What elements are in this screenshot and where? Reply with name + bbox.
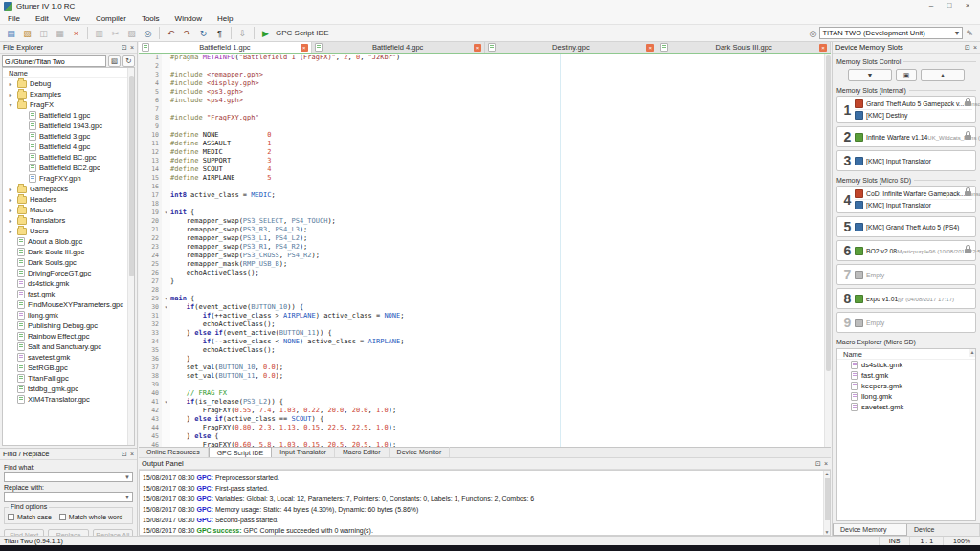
close-tab-icon[interactable]: × (474, 44, 481, 52)
maximize-button[interactable]: □ (941, 1, 958, 11)
checkbox-match-case[interactable]: Match case (8, 514, 52, 520)
menu-tools[interactable]: Tools (134, 12, 167, 25)
open-file-icon[interactable]: ▧ (19, 26, 35, 40)
cut-icon[interactable]: ✂ (107, 26, 123, 40)
close-button[interactable]: × (959, 1, 976, 11)
find-what-input[interactable]: ▼ (4, 472, 133, 482)
tab-battlefield-4-gpc[interactable]: Battlefield 4.gpc× (312, 42, 485, 53)
pilcrow-icon[interactable]: ¶ (212, 26, 228, 40)
tree-item-battlefield-1943-gpc[interactable]: Battlefield 1943.gpc (3, 121, 134, 131)
close-tab-icon[interactable]: × (301, 44, 308, 52)
float-panel-icon[interactable]: ⊡ (122, 44, 127, 52)
output-scrollbar[interactable]: ▲▼ (823, 471, 830, 535)
panel-tab-device-memory-slots[interactable]: Device Memory Slots (833, 524, 907, 536)
replace-icon[interactable]: ↻ (195, 26, 212, 40)
replace-with-input[interactable]: ▼ (4, 492, 133, 502)
tree-item-gamepacks[interactable]: ▸Gamepacks (3, 184, 134, 194)
tree-item-llong-gmk[interactable]: llong.gmk (3, 310, 134, 320)
save-all-icon[interactable]: ▦ (52, 26, 68, 40)
tree-item-ds4stick-gmk[interactable]: ds4stick.gmk (3, 278, 134, 289)
close-panel-icon[interactable]: × (973, 44, 977, 52)
tree-item-publishing-debug-gpc[interactable]: Publishing Debug.gpc (3, 320, 134, 331)
tree-item-examples[interactable]: ▸Examples (3, 89, 134, 99)
fold-marker-icon[interactable]: ▾ (162, 209, 170, 217)
memory-slot-8[interactable]: 8expo v1.01jyr (04/08/2017 17:17) (836, 288, 976, 309)
undo-icon[interactable]: ↶ (163, 26, 179, 40)
tree-item-battlefield-bc-gpc[interactable]: Battlefield BC.gpc (3, 152, 134, 163)
install-icon[interactable]: ⇩ (234, 26, 251, 40)
macro-item-ds4stick-gmk[interactable]: ds4stick.gmk (837, 360, 975, 370)
expander-icon[interactable]: ▸ (7, 207, 14, 213)
close-file-icon[interactable]: × (68, 26, 84, 40)
code-editor[interactable]: 1#pragma METAINFO("Battlefield 1 (FragFX… (139, 54, 831, 447)
close-tab-icon[interactable]: × (819, 44, 827, 52)
tree-item-rainbow-effect-gpc[interactable]: Rainbow Effect.gpc (3, 331, 134, 342)
float-panel-icon[interactable]: ⊡ (815, 460, 821, 468)
close-tab-icon[interactable]: × (646, 44, 654, 52)
workspace-tab-online-resources[interactable]: Online Resources (139, 447, 209, 457)
tree-item-findmousexyparameters-gpc[interactable]: FindMouseXYParameters.gpc (3, 299, 134, 310)
memory-slot-6[interactable]: 6BO2 v2.08Mysticpurple96 (10/08/2017 22:… (836, 240, 976, 261)
macro-item-fast-gmk[interactable]: fast.gmk (837, 370, 975, 381)
tree-item-dark-souls-iii-gpc[interactable]: Dark Souls III.gpc (3, 247, 134, 257)
close-panel-icon[interactable]: × (130, 44, 134, 52)
tree-item-debug[interactable]: ▸Debug (3, 78, 134, 89)
expander-icon[interactable]: ▸ (7, 186, 14, 192)
editor-scrollbar[interactable] (824, 54, 831, 447)
tree-item-battlefield-1-gpc[interactable]: Battlefield 1.gpc (3, 110, 134, 121)
tree-item-headers[interactable]: ▸Headers (3, 194, 134, 205)
run-mode-label[interactable]: GPC Script IDE (274, 29, 337, 37)
save-icon[interactable]: ◫ (35, 26, 52, 40)
new-file-icon[interactable]: ▤ (3, 26, 19, 40)
path-input[interactable] (2, 55, 106, 67)
menu-file[interactable]: File (0, 12, 28, 25)
tree-item-battlefield-3-gpc[interactable]: Battlefield 3.gpc (3, 131, 134, 142)
tree-item-savetest-gmk[interactable]: savetest.gmk (3, 352, 134, 363)
panel-tab-device-configuration[interactable]: Device Configuration (907, 524, 980, 536)
find-icon[interactable]: ◎ (140, 26, 156, 40)
menu-compiler[interactable]: Compiler (88, 12, 134, 25)
tree-item-users[interactable]: ▸Users (3, 226, 134, 236)
macro-scrollbar[interactable]: ▲ (969, 349, 975, 357)
close-panel-icon[interactable]: × (130, 451, 134, 458)
tree-item-salt-and-sanctuary-gpc[interactable]: Salt and Sanctuary.gpc (3, 342, 134, 352)
tree-item-fragfxy-gph[interactable]: FragFXY.gph (3, 173, 134, 184)
macro-item-savetest-gmk[interactable]: savetest.gmk (837, 402, 975, 412)
expander-icon[interactable]: ▸ (7, 217, 14, 224)
macro-item-keepers-gmk[interactable]: keepers.gmk (837, 381, 975, 391)
expander-icon[interactable]: ▸ (7, 228, 14, 234)
menu-edit[interactable]: Edit (28, 12, 56, 25)
menu-help[interactable]: Help (210, 12, 240, 25)
tree-item-battlefield-bc2-gpc[interactable]: Battlefield BC2.gpc (3, 163, 134, 173)
fold-marker-icon[interactable]: ▾ (162, 398, 170, 407)
browse-folder-button[interactable]: ▧ (108, 55, 121, 67)
copy-icon[interactable]: ▥ (91, 26, 107, 40)
workspace-tab-macro-editor[interactable]: Macro Editor (335, 447, 390, 457)
refresh-button[interactable]: ↻ (122, 55, 135, 67)
expander-icon[interactable]: ▸ (7, 80, 14, 87)
tree-item-xim4translator-gpc[interactable]: XIM4Translator.gpc (3, 394, 134, 405)
tree-item-translators[interactable]: ▸Translators (3, 215, 134, 226)
tree-item-dark-souls-gpc[interactable]: Dark Souls.gpc (3, 257, 134, 268)
fold-marker-icon[interactable]: ▾ (162, 303, 170, 312)
edit-device-icon[interactable]: ✎ (966, 29, 973, 38)
minimize-button[interactable]: – (923, 1, 940, 11)
write-slots-button[interactable]: ▲ (921, 69, 965, 81)
expander-icon[interactable]: ▸ (7, 196, 14, 203)
paste-icon[interactable]: ▨ (123, 26, 140, 40)
expander-icon[interactable]: ▸ (7, 91, 14, 98)
fold-marker-icon[interactable]: ▾ (162, 295, 170, 303)
workspace-tab-device-monitor[interactable]: Device Monitor (390, 447, 451, 457)
float-panel-icon[interactable]: ⊡ (965, 44, 970, 52)
memory-slot-5[interactable]: 5[KMC] Grand Theft Auto 5 (PS4) (836, 216, 976, 237)
run-icon[interactable]: ▶ (257, 26, 274, 40)
menu-view[interactable]: View (56, 12, 88, 25)
tree-item-titanfall-gpc[interactable]: TitanFall.gpc (3, 373, 134, 384)
memory-slot-9[interactable]: 9Empty (836, 312, 976, 333)
tree-item-fast-gmk[interactable]: fast.gmk (3, 289, 134, 299)
float-panel-icon[interactable]: ⊡ (122, 451, 127, 458)
tree-item-about-a-blob-gpc[interactable]: About a Blob.gpc (3, 236, 134, 247)
expander-icon[interactable]: ▾ (7, 101, 14, 108)
tree-item-battlefield-4-gpc[interactable]: Battlefield 4.gpc (3, 142, 134, 152)
tree-scrollbar[interactable] (127, 68, 134, 445)
